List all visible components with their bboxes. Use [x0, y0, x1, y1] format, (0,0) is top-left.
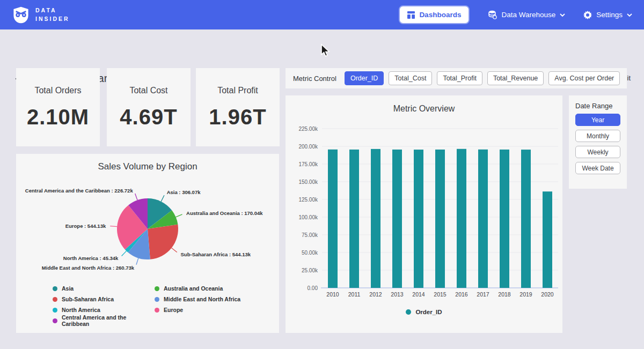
svg-text:2010: 2010 — [326, 291, 339, 298]
legend-label: Central America and the Caribbean — [62, 314, 155, 327]
legend-label: Sub-Saharan Africa — [62, 296, 114, 302]
legend-label: Australia and Oceania — [164, 285, 223, 292]
svg-text:North America : 45.34k: North America : 45.34k — [63, 255, 119, 261]
metric-control-buttons: Order_IDTotal_CostTotal_ProfitTotal_Reve… — [345, 71, 620, 85]
range-button-weekly[interactable]: Weekly — [575, 146, 620, 158]
svg-text:Europe : 544.13k: Europe : 544.13k — [65, 223, 106, 229]
bar-2012[interactable] — [371, 149, 380, 288]
bar-chart[interactable]: 0.0025.00k50.00k75.00k100.00k125.00k150.… — [290, 119, 558, 306]
legend-label: Europe — [164, 307, 183, 313]
nav-settings-menu[interactable]: Settings — [583, 11, 632, 19]
bar-2010[interactable] — [328, 150, 338, 288]
kpi-card-total-orders: Total Orders 2.10M — [16, 68, 100, 146]
pie-chart[interactable]: Asia : 306.07kAustralia and Oceania : 17… — [16, 180, 279, 279]
svg-text:125.00k: 125.00k — [298, 197, 318, 203]
svg-text:Asia : 306.07k: Asia : 306.07k — [167, 189, 201, 195]
legend-dot — [53, 318, 57, 323]
svg-text:150.00k: 150.00k — [298, 179, 318, 185]
svg-text:Central America and the Caribb: Central America and the Caribbean : 226.… — [25, 188, 134, 194]
pie-chart-title: Sales Volume by Region — [16, 161, 279, 172]
kpi-value: 4.69T — [120, 105, 177, 129]
bar-2016[interactable] — [457, 149, 466, 288]
svg-text:25.00k: 25.00k — [302, 268, 318, 273]
bar-chart-title: Metric Overview — [290, 104, 558, 114]
metric-control-label: Metric Control — [293, 75, 336, 83]
kpi-value: 2.10M — [27, 105, 89, 129]
metric-button-avg-cost-per-order[interactable]: Avg. Cost per Order — [548, 71, 620, 85]
dashboards-grid-icon — [407, 11, 415, 19]
date-range-label: Date Range — [575, 102, 620, 110]
metric-button-total-cost[interactable]: Total_Cost — [389, 71, 432, 85]
bar-2013[interactable] — [392, 150, 402, 288]
range-button-year[interactable]: Year — [575, 114, 620, 126]
legend-dot — [155, 297, 159, 302]
brand-logo[interactable]: DATAINSIDER — [12, 6, 70, 24]
legend-dot-order-id — [406, 309, 411, 315]
legend-label-order-id: Order_ID — [415, 309, 442, 315]
pie-legend-item-north-america[interactable]: North America — [53, 305, 155, 315]
date-range-buttons: YearMonthlyWeeklyWeek Date — [575, 114, 620, 174]
bar-2017[interactable] — [478, 150, 488, 288]
svg-text:Australia and Oceania : 170.04: Australia and Oceania : 170.04k — [186, 210, 263, 216]
bar-2011[interactable] — [349, 150, 359, 288]
legend-label: Asia — [62, 285, 74, 292]
pie-chart-legend: AsiaSub-Saharan AfricaNorth AmericaCentr… — [53, 283, 279, 326]
metric-control-bar: Metric Control Order_IDTotal_CostTotal_P… — [286, 68, 627, 88]
kpi-label: Total Profit — [217, 86, 258, 95]
nav-data-warehouse-label: Data Warehouse — [501, 11, 555, 19]
chevron-down-icon — [560, 13, 565, 17]
svg-text:2011: 2011 — [348, 291, 361, 298]
nav-data-warehouse-menu[interactable]: Data Warehouse — [488, 10, 565, 19]
chevron-down-icon — [627, 13, 632, 17]
metric-button-total-revenue[interactable]: Total_Revenue — [487, 71, 544, 85]
svg-text:2015: 2015 — [434, 291, 447, 298]
nav-dashboards-label: Dashboards — [419, 11, 461, 19]
bar-2015[interactable] — [435, 150, 445, 288]
svg-text:2012: 2012 — [369, 291, 382, 298]
svg-text:2017: 2017 — [477, 291, 489, 298]
database-icon — [488, 10, 497, 19]
nav-settings-label: Settings — [596, 11, 623, 19]
pie-legend-item-australia-and-oceania[interactable]: Australia and Oceania — [155, 283, 279, 294]
svg-text:2020: 2020 — [541, 291, 554, 298]
legend-dot — [53, 297, 57, 302]
pie-legend-item-asia[interactable]: Asia — [53, 283, 155, 294]
svg-text:0.00: 0.00 — [308, 285, 318, 291]
bar-2018[interactable] — [500, 150, 509, 288]
svg-text:2013: 2013 — [391, 291, 404, 298]
bar-2020[interactable] — [543, 191, 552, 288]
sales-volume-panel: Sales Volume by Region Asia : 306.07kAus… — [16, 154, 279, 333]
pie-legend-item-europe[interactable]: Europe — [155, 305, 279, 315]
legend-dot — [155, 286, 159, 291]
metric-overview-panel: Metric Overview 0.0025.00k50.00k75.00k10… — [286, 95, 562, 333]
svg-text:2016: 2016 — [455, 291, 468, 298]
svg-text:225.00k: 225.00k — [298, 126, 318, 132]
bar-2014[interactable] — [414, 150, 423, 288]
page-header: Sales Dashboard Add Filter Boost: Off — [0, 29, 644, 65]
svg-text:2019: 2019 — [519, 291, 532, 298]
pie-slice-sub-saharan-africa[interactable] — [148, 225, 178, 259]
svg-text:Middle East and North Africa :: Middle East and North Africa : 260.73k — [42, 265, 135, 271]
range-button-monthly[interactable]: Monthly — [575, 130, 620, 142]
kpi-label: Total Cost — [129, 86, 167, 95]
metric-button-order-id[interactable]: Order_ID — [345, 71, 384, 85]
metric-button-total-profit[interactable]: Total_Profit — [437, 71, 482, 85]
pie-legend-item-sub-saharan-africa[interactable]: Sub-Saharan Africa — [53, 294, 155, 305]
legend-dot — [53, 286, 57, 291]
bar-2019[interactable] — [521, 150, 531, 288]
nav-dashboards-button[interactable]: Dashboards — [399, 5, 470, 24]
gear-icon — [583, 11, 592, 19]
bar-chart-legend: Order_ID — [290, 309, 558, 315]
svg-text:2014: 2014 — [412, 291, 425, 298]
owl-logo-icon — [12, 6, 30, 24]
pie-legend-item-middle-east-and-north-africa[interactable]: Middle East and North Africa — [155, 294, 279, 305]
svg-text:75.00k: 75.00k — [302, 232, 318, 238]
svg-text:100.00k: 100.00k — [298, 214, 318, 220]
range-button-week-date[interactable]: Week Date — [575, 162, 620, 174]
pie-legend-item-central-america-and-the-caribbean[interactable]: Central America and the Caribbean — [53, 315, 155, 326]
kpi-card-total-cost: Total Cost 4.69T — [107, 68, 191, 146]
svg-text:2018: 2018 — [498, 291, 511, 298]
date-range-panel: Date Range YearMonthlyWeeklyWeek Date — [569, 95, 627, 189]
legend-label: North America — [62, 307, 100, 313]
kpi-value: 1.96T — [209, 105, 266, 129]
